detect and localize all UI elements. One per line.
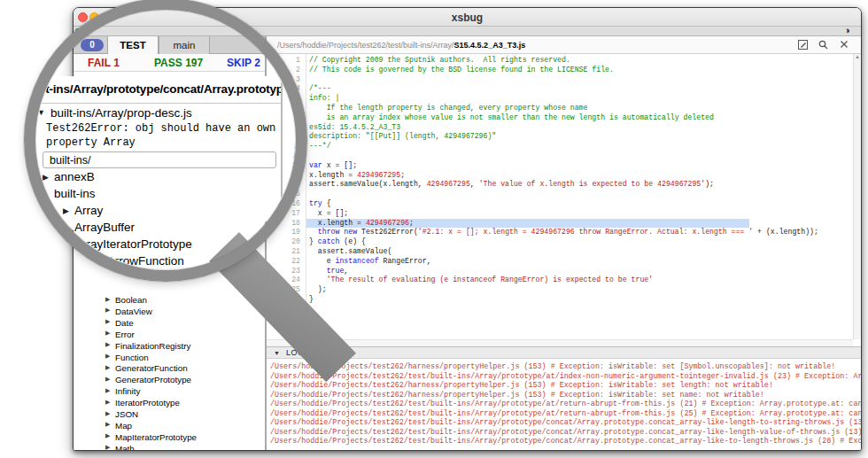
code-token: '#2.1: x = []; x.length = 4294967296 thr… xyxy=(418,228,753,236)
chevron-right-icon: ▶ xyxy=(105,307,110,314)
code-token: 4294967296 xyxy=(366,219,409,227)
code-token: x.length = xyxy=(309,171,357,179)
editor-panel: /Users/hoddie/Projects/test262/test/buil… xyxy=(267,36,861,450)
code-token: 'The result of evaluating (e instanceof … xyxy=(327,276,654,283)
log-line[interactable]: /Users/hoddie/Projects/test262/test/buil… xyxy=(270,428,861,438)
code-token xyxy=(309,276,327,283)
code-token: var xyxy=(309,161,322,169)
code-token: } xyxy=(309,237,318,245)
line-number[interactable]: 21 xyxy=(267,247,300,257)
code-token: instanceof xyxy=(335,257,378,265)
code-line: x.length = 4294967295; xyxy=(306,171,749,181)
breadcrumb: /Users/hoddie/Projects/test262/test/buil… xyxy=(277,36,525,54)
code-line: try { xyxy=(306,199,749,209)
log-line[interactable]: /Users/hoddie/Projects/test262/test/buil… xyxy=(270,437,861,446)
code-line xyxy=(306,305,749,314)
chevron-right-icon: ▶ xyxy=(105,341,110,348)
code-token: , xyxy=(470,180,479,188)
code-token: If the length property is changed, every… xyxy=(309,104,587,112)
code-token: + (x.length)); xyxy=(753,228,818,236)
search-icon[interactable] xyxy=(818,40,828,50)
vertical-scrollbar[interactable]: ▲ xyxy=(853,54,861,339)
code-view: 1234567891011121314151617181920212223242… xyxy=(267,54,853,339)
horizontal-scrollbar[interactable] xyxy=(267,339,853,346)
code-line: e instanceof RangeError, xyxy=(306,257,749,267)
code-token: ); xyxy=(309,285,327,293)
chevron-right-icon: ▶ xyxy=(105,353,110,360)
chevron-right-icon: ▶ xyxy=(105,444,110,450)
log-line[interactable]: /Users/hoddie/Projects/test262/test/buil… xyxy=(270,418,861,428)
log-line[interactable]: /Users/hoddie/Projects/test262/harness/p… xyxy=(270,381,773,391)
code-token: e xyxy=(309,257,335,265)
line-number[interactable]: 20 xyxy=(267,237,300,247)
close-file-icon[interactable] xyxy=(840,40,849,49)
chevron-right-icon: ▶ xyxy=(105,432,110,439)
chevron-right-icon: ▶ xyxy=(105,399,110,406)
code-line: ---*/ xyxy=(306,142,749,151)
code-token: } xyxy=(309,295,314,303)
code-token: // Copyright 2009 the Sputnik authors. A… xyxy=(309,56,570,64)
code-token: RangeError, xyxy=(379,257,431,265)
code-line xyxy=(306,151,749,161)
code-line: assert.sameValue(x.length, 4294967295, '… xyxy=(306,180,749,190)
code-line: x = []; xyxy=(306,209,749,219)
code-token: Test262Error( xyxy=(357,228,418,236)
code-line: // This code is governed by the BSD lice… xyxy=(306,66,749,75)
code-token: true xyxy=(327,267,345,275)
code-line: /*--- xyxy=(306,84,749,94)
code-line: If the length property is changed, every… xyxy=(306,104,749,113)
code-token: assert.sameValue( xyxy=(309,247,391,255)
log-disclosure-icon[interactable]: ▼ xyxy=(274,347,280,359)
chevron-right-icon: ▶ xyxy=(105,364,110,371)
log-line[interactable]: /Users/hoddie/Projects/test262/test/buil… xyxy=(270,372,861,382)
code-token: ; xyxy=(409,219,414,227)
code-token: /*--- xyxy=(309,84,331,92)
chevron-right-icon: ▶ xyxy=(105,387,110,394)
code-token: ; xyxy=(400,171,405,179)
code-token: ---*/ xyxy=(309,142,331,150)
chevron-right-icon: ▶ xyxy=(105,318,110,325)
code-token: is an array index whose value is not sma… xyxy=(309,113,714,121)
log-line[interactable]: /Users/hoddie/Projects/test262/harness/p… xyxy=(270,362,835,372)
code-token: description: "[[Put]] (length, 429496729… xyxy=(309,132,496,140)
code-line: x.length = 4294967296; xyxy=(306,219,749,229)
code-line: true, xyxy=(306,267,749,276)
code-token: x = []; xyxy=(309,209,348,217)
code-line xyxy=(306,190,749,199)
code-token: x = []; xyxy=(322,161,357,169)
code-line: } xyxy=(306,295,749,305)
code-token: x.length = xyxy=(309,219,366,227)
chevron-right-icon: ▶ xyxy=(105,296,110,303)
code-token: assert.sameValue(x.length, xyxy=(309,180,427,188)
log-line[interactable]: /Users/hoddie/Projects/test262/test/buil… xyxy=(270,409,861,419)
file-path-bar: /Users/hoddie/Projects/test262/test/buil… xyxy=(267,36,861,54)
code-token: try xyxy=(309,199,322,207)
contrast-toggle-icon[interactable]: ◑ xyxy=(844,25,850,35)
code-line: } catch (e) { xyxy=(306,237,749,247)
code-token: info: | xyxy=(309,94,339,102)
code-token: 4294967295 xyxy=(427,180,470,188)
pathbar-icons xyxy=(789,40,849,50)
code-line: description: "[[Put]] (length, 429496729… xyxy=(306,132,749,142)
file-name: S15.4.5.2_A3_T3.js xyxy=(454,41,526,50)
code-token xyxy=(309,267,327,275)
code-line: ); xyxy=(306,285,749,295)
code-token: es5id: 15.4.5.2_A3_T3 xyxy=(309,123,400,131)
code-line: es5id: 15.4.5.2_A3_T3 xyxy=(306,123,749,133)
code-line: assert.sameValue( xyxy=(306,247,749,257)
chevron-right-icon: ▶ xyxy=(105,330,110,337)
log-line[interactable]: /Users/hoddie/Projects/test262/harness/p… xyxy=(270,391,764,400)
code-line: is an array index whose value is not sma… xyxy=(306,113,749,123)
code-token: { xyxy=(322,199,331,207)
code-token: (e) { xyxy=(339,237,365,245)
log-line[interactable]: /Users/hoddie/Projects/test262/test/buil… xyxy=(270,400,861,409)
code-line xyxy=(306,75,749,85)
code-line: info: | xyxy=(306,94,749,104)
line-number[interactable]: 22 xyxy=(267,257,300,267)
code-token: 4294967295 xyxy=(357,171,400,179)
magnifier-ring xyxy=(24,0,307,282)
code-token: // This code is governed by the BSD lice… xyxy=(309,66,614,74)
edit-breakpoint-icon[interactable] xyxy=(798,40,808,50)
code-token: ); xyxy=(705,180,714,188)
chevron-right-icon: ▶ xyxy=(105,410,110,417)
